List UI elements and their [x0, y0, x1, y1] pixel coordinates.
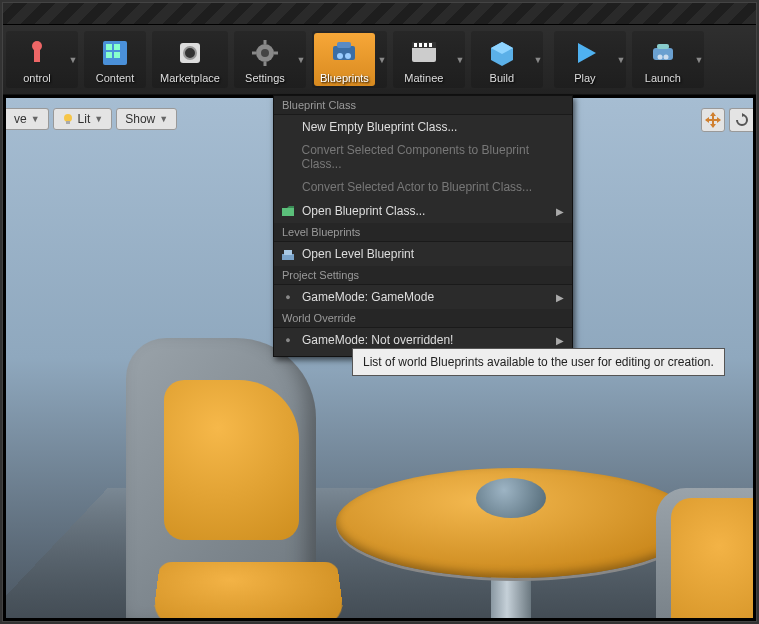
build-button[interactable]: Build — [473, 33, 531, 86]
menu-item-label: GameMode: GameMode — [302, 290, 434, 304]
build-icon — [485, 36, 519, 70]
launch-icon — [646, 36, 680, 70]
svg-point-0 — [32, 41, 42, 51]
blank-icon — [280, 119, 296, 135]
dropdown-arrow-icon[interactable]: ▼ — [455, 31, 465, 88]
menu-section-header: Project Settings — [274, 266, 572, 285]
blueprints-dropdown-menu: Blueprint Class New Empty Blueprint Clas… — [273, 95, 573, 357]
viewport-perspective-button[interactable]: ve ▼ — [6, 108, 49, 130]
viewport-lit-button[interactable]: Lit ▼ — [53, 108, 113, 130]
svg-rect-41 — [282, 208, 294, 216]
move-gizmo-icon — [705, 112, 721, 128]
viewport-button-label: ve — [14, 112, 27, 126]
svg-rect-28 — [653, 48, 673, 60]
menu-item-label: GameMode: Not overridden! — [302, 333, 453, 347]
tooltip: List of world Blueprints available to th… — [352, 348, 725, 376]
dropdown-arrow-icon: ▼ — [94, 114, 103, 124]
svg-rect-23 — [424, 43, 427, 47]
viewport-refresh-button[interactable] — [729, 108, 753, 132]
dropdown-arrow-icon[interactable]: ▼ — [533, 31, 543, 88]
play-button[interactable]: Play — [556, 33, 614, 86]
svg-rect-21 — [414, 43, 417, 47]
toolbar-label: Blueprints — [320, 72, 369, 84]
menu-item-convert-components: Convert Selected Components to Blueprint… — [274, 139, 572, 175]
toolbar-label: Build — [490, 72, 514, 84]
content-button[interactable]: Content — [86, 33, 144, 86]
viewport-show-button[interactable]: Show ▼ — [116, 108, 177, 130]
svg-point-17 — [345, 53, 351, 59]
svg-marker-39 — [717, 117, 721, 123]
viewport-toolbar-right — [701, 108, 753, 132]
main-toolbar: ontrol ▼ Content Marketplace — [3, 25, 756, 95]
submenu-arrow-icon: ▶ — [556, 206, 564, 217]
toolbar-label: ontrol — [23, 72, 51, 84]
toolbar-label: Play — [574, 72, 595, 84]
scene-chair-cushion — [164, 380, 299, 540]
blueprints-button[interactable]: Blueprints — [314, 33, 375, 86]
matinee-button[interactable]: Matinee — [395, 33, 453, 86]
svg-rect-19 — [412, 46, 436, 62]
viewport-toolbar-left: ve ▼ Lit ▼ Show ▼ — [6, 108, 177, 130]
dropdown-arrow-icon: ▼ — [159, 114, 168, 124]
svg-rect-22 — [419, 43, 422, 47]
submenu-arrow-icon: ▶ — [556, 292, 564, 303]
settings-icon — [248, 36, 282, 70]
marketplace-icon — [173, 36, 207, 70]
svg-marker-36 — [710, 112, 716, 116]
source-control-icon — [20, 36, 54, 70]
svg-point-30 — [663, 54, 668, 59]
svg-point-16 — [337, 53, 343, 59]
submenu-arrow-icon: ▶ — [556, 335, 564, 346]
toolbar-label: Launch — [645, 72, 681, 84]
viewport-move-gizmo-button[interactable] — [701, 108, 725, 132]
dropdown-arrow-icon[interactable]: ▼ — [616, 31, 626, 88]
tooltip-text: List of world Blueprints available to th… — [363, 355, 714, 369]
menu-item-new-blueprint-class[interactable]: New Empty Blueprint Class... — [274, 115, 572, 139]
svg-point-32 — [64, 114, 72, 122]
viewport-button-label: Show — [125, 112, 155, 126]
refresh-icon — [735, 113, 749, 127]
menu-item-label: Open Level Blueprint — [302, 247, 414, 261]
menu-item-convert-actor: Convert Selected Actor to Blueprint Clas… — [274, 175, 572, 199]
menu-item-label: Convert Selected Components to Blueprint… — [302, 143, 564, 171]
scene-chair2-cushion — [671, 498, 754, 619]
dropdown-arrow-icon[interactable]: ▼ — [296, 31, 306, 88]
open-folder-icon — [280, 203, 296, 219]
scene-chair-seat — [152, 562, 346, 619]
dropdown-arrow-icon[interactable]: ▼ — [694, 31, 704, 88]
menu-item-gamemode-project[interactable]: GameMode: GameMode ▶ — [274, 285, 572, 309]
launch-button[interactable]: Launch — [634, 33, 692, 86]
svg-rect-15 — [333, 46, 355, 60]
menu-item-label: New Empty Blueprint Class... — [302, 120, 457, 134]
toolbar-label: Settings — [245, 72, 285, 84]
window-titlebar-stripe — [3, 3, 756, 25]
menu-item-label: Open Blueprint Class... — [302, 204, 425, 218]
content-icon — [98, 36, 132, 70]
bullet-icon — [280, 332, 296, 348]
svg-rect-33 — [66, 121, 70, 124]
svg-rect-6 — [114, 52, 120, 58]
menu-item-open-blueprint-class[interactable]: Open Blueprint Class... ▶ — [274, 199, 572, 223]
menu-section-header: World Override — [274, 309, 572, 328]
lightbulb-icon — [62, 113, 74, 125]
marketplace-button[interactable]: Marketplace — [154, 33, 226, 86]
dropdown-arrow-icon[interactable]: ▼ — [377, 31, 387, 88]
svg-point-29 — [657, 54, 662, 59]
svg-rect-3 — [106, 44, 112, 50]
svg-marker-38 — [705, 117, 709, 123]
svg-marker-42 — [282, 206, 294, 208]
menu-item-open-level-blueprint[interactable]: Open Level Blueprint — [274, 242, 572, 266]
toolbar-label: Marketplace — [160, 72, 220, 84]
source-control-button[interactable]: ontrol — [8, 33, 66, 86]
dropdown-arrow-icon[interactable]: ▼ — [68, 31, 78, 88]
svg-rect-18 — [337, 42, 351, 48]
svg-rect-4 — [114, 44, 120, 50]
svg-marker-27 — [578, 43, 596, 63]
settings-button[interactable]: Settings — [236, 33, 294, 86]
scene-table-hub — [476, 478, 546, 518]
menu-section-header: Blueprint Class — [274, 96, 572, 115]
svg-rect-5 — [106, 52, 112, 58]
toolbar-label: Content — [96, 72, 135, 84]
menu-section-header: Level Blueprints — [274, 223, 572, 242]
svg-rect-1 — [34, 50, 40, 62]
